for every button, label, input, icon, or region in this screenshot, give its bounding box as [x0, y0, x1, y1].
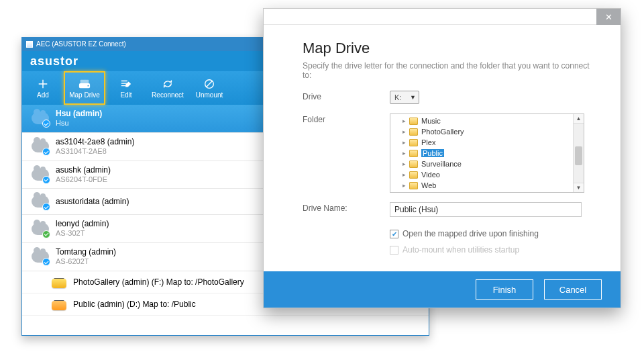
close-icon: ✕ — [605, 12, 612, 22]
nas-name: Hsu (admin) — [56, 109, 102, 119]
nas-name: as3104t-2ae8 (admin) — [56, 137, 134, 147]
tool-edit[interactable]: Edit — [105, 71, 147, 105]
share-path: Map to: /PhotoGallery — [166, 277, 244, 287]
svg-rect-1 — [80, 79, 89, 83]
folder-icon — [409, 171, 418, 179]
tool-reconnect[interactable]: Reconnect — [147, 71, 189, 105]
drive-icon — [78, 78, 91, 90]
scroll-up-icon[interactable]: ▲ — [574, 114, 584, 124]
finish-button[interactable]: Finish — [476, 279, 533, 300]
edit-icon — [119, 78, 133, 90]
cloud-icon — [32, 166, 49, 183]
cloud-icon — [32, 248, 49, 265]
nas-sub: AS-302T — [56, 229, 109, 238]
cloud-icon — [32, 220, 49, 238]
scroll-down-icon[interactable]: ▼ — [574, 183, 584, 192]
folder-icon — [409, 182, 418, 189]
cloud-icon — [32, 193, 49, 210]
dialog-desc: Specify the drive letter for the connect… — [303, 61, 594, 80]
cancel-button[interactable]: Cancel — [544, 279, 602, 300]
nas-name: leonyd (admin) — [56, 219, 109, 229]
drive-select[interactable]: K: ▼ — [390, 91, 419, 104]
folder-icon — [409, 139, 418, 146]
tree-item-music[interactable]: ▸Music — [390, 116, 573, 126]
share-name: PhotoGallery (admin) (F:) — [73, 277, 164, 287]
folder-icon — [409, 161, 418, 168]
tool-map-drive[interactable]: Map Drive — [64, 71, 105, 105]
check-label: Auto-mount when utilities startup — [402, 245, 519, 255]
checkbox-icon: ✔ — [390, 230, 398, 238]
drive-orange-icon — [52, 298, 66, 311]
check-auto-mount[interactable]: Auto-mount when utilities startup — [390, 244, 594, 255]
tool-label: Reconnect — [152, 91, 184, 99]
share-path: Map to: /Public — [142, 300, 195, 309]
nas-name: Tomtang (admin) — [56, 247, 116, 257]
drive-value: K: — [394, 93, 401, 101]
nas-name: asustoridata (admin) — [56, 197, 129, 207]
svg-point-2 — [88, 85, 89, 86]
dialog-titlebar[interactable]: ✕ — [264, 9, 621, 25]
nas-sub: AS3104T-2AE8 — [56, 147, 134, 156]
label-drive: Drive — [303, 91, 390, 101]
tool-label: Unmount — [196, 91, 223, 99]
tool-add[interactable]: Add — [22, 71, 64, 105]
app-icon — [26, 41, 33, 48]
tool-label: Map Drive — [69, 91, 100, 99]
tree-item-plex[interactable]: ▸Plex — [390, 137, 573, 148]
share-name: Public (admin) (D:) — [73, 300, 140, 309]
tree-item-photogallery[interactable]: ▸PhotoGallery — [390, 126, 573, 137]
tree-item-public[interactable]: ▸Public — [390, 148, 573, 158]
cloud-icon — [32, 138, 49, 155]
dialog-title: Map Drive — [303, 40, 594, 57]
check-label: Open the mapped drive upon finishing — [402, 229, 539, 238]
folder-tree-list[interactable]: ▸Music ▸PhotoGallery ▸Plex ▸Public ▸Surv… — [390, 114, 573, 192]
nas-sub: Hsu — [56, 119, 102, 128]
folder-icon — [409, 118, 418, 125]
nas-sub: AS-6202T — [56, 257, 116, 267]
drive-name-input[interactable] — [390, 202, 582, 217]
tree-item-web[interactable]: ▸Web — [390, 180, 573, 191]
dialog-footer: Finish Cancel — [264, 271, 621, 308]
folder-tree: ▸Music ▸PhotoGallery ▸Plex ▸Public ▸Surv… — [390, 113, 584, 193]
checkbox-icon — [390, 246, 398, 255]
label-drive-name: Drive Name: — [303, 202, 390, 213]
tree-item-video[interactable]: ▸Video — [390, 169, 573, 180]
folder-icon — [409, 150, 418, 157]
close-button[interactable]: ✕ — [596, 9, 621, 25]
tool-label: Add — [37, 91, 49, 99]
tool-unmount[interactable]: Unmount — [189, 71, 230, 105]
reconnect-icon — [161, 78, 174, 90]
folder-icon — [409, 128, 418, 136]
nas-sub: AS6204T-0FDE — [56, 175, 111, 185]
aec-title: AEC (ASUSTOR EZ Connect) — [36, 40, 126, 48]
scrollbar[interactable]: ▲ ▼ — [573, 114, 584, 192]
caret-down-icon: ▼ — [410, 94, 416, 101]
nas-name: asushk (admin) — [56, 165, 111, 175]
unmount-icon — [203, 78, 216, 90]
drive-yellow-icon — [52, 275, 66, 289]
brand-text: asustor — [30, 54, 78, 69]
tree-item-surveillance[interactable]: ▸Surveillance — [390, 158, 573, 169]
map-drive-dialog: ✕ Map Drive Specify the drive letter for… — [263, 8, 621, 308]
scroll-thumb[interactable] — [575, 146, 582, 165]
check-open-mapped[interactable]: ✔ Open the mapped drive upon finishing — [390, 228, 594, 238]
cloud-user-icon — [32, 109, 49, 127]
tool-label: Edit — [120, 91, 131, 99]
label-folder: Folder — [303, 113, 390, 124]
plus-icon — [36, 78, 50, 90]
